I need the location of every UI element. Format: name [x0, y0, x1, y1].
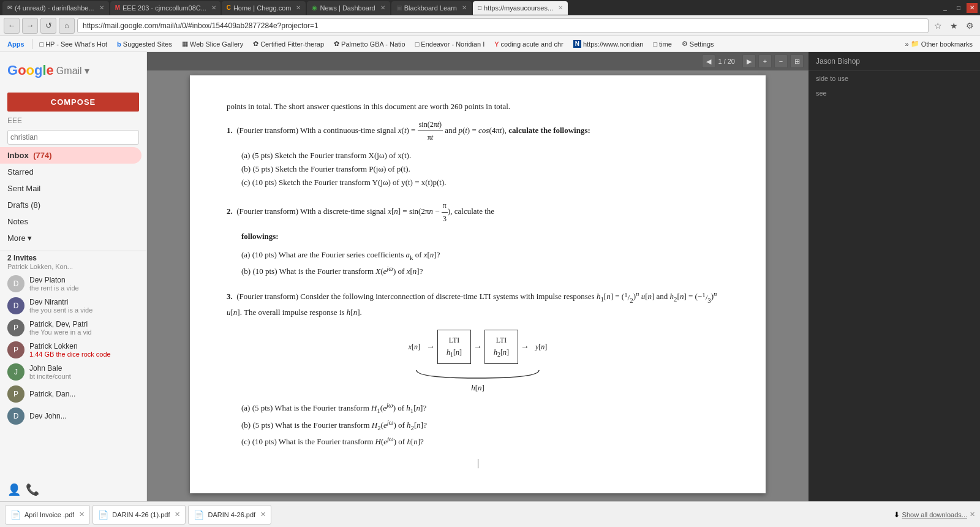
- lti-box-1: LTI h1[n]: [437, 330, 471, 365]
- bookmark-endeavor[interactable]: □ Endeavor - Noridian I: [412, 39, 489, 49]
- bookmark-palmetto[interactable]: ✿ Palmetto GBA - Natio: [330, 39, 409, 49]
- avatar-patrick-dev: P: [7, 319, 24, 336]
- hp-icon: □: [40, 40, 44, 48]
- favorites-icon[interactable]: ☆: [931, 19, 944, 32]
- lti-diagram: x[n] → LTI h1[n] → LTI h2[n] → y[n]: [227, 330, 729, 365]
- nav-right-icons: ☆ ★ ⚙: [931, 19, 976, 32]
- star-icon[interactable]: ★: [947, 19, 960, 32]
- bookmark-time[interactable]: □ time: [649, 39, 675, 49]
- bookmark-certified[interactable]: ✿ Certified Fitter-therap: [249, 39, 328, 49]
- myasu-tab-icon: □: [478, 4, 481, 11]
- tab-bb[interactable]: ▣ Blackboard Learn ✕: [391, 1, 472, 15]
- close-button[interactable]: ✕: [967, 3, 978, 13]
- tab-myasu[interactable]: □ https://myasucourses... ✕: [473, 1, 568, 15]
- tab-bb-close[interactable]: ✕: [462, 4, 467, 11]
- bookmark-apps[interactable]: Apps: [4, 39, 28, 49]
- download-darin1[interactable]: 📄 DARIN 4-26 (1).pdf ✕: [92, 505, 186, 525]
- eee-label: EEE: [0, 115, 146, 127]
- darin1-filename: DARIN 4-26 (1).pdf: [112, 511, 170, 518]
- lti-box-2-line1: LTI: [494, 334, 509, 346]
- chat-invites[interactable]: 2 Invites Patrick Lokken, Kon...: [0, 251, 146, 273]
- bookmark-hp[interactable]: □ HP - See What's Hot: [36, 39, 111, 49]
- maximize-button[interactable]: □: [953, 3, 964, 13]
- chat-sub-patrick-dev: the You were in a vid: [29, 328, 92, 336]
- arrow-1: →: [424, 339, 437, 354]
- chat-sub-dev-platon: the rent is a vide: [29, 284, 79, 292]
- problem-2-header: 2. (Fourier transform) With a discrete-t…: [227, 199, 729, 225]
- sidebar-item-starred[interactable]: Starred: [0, 164, 141, 180]
- navbar: ← → ↺ ⌂ ☆ ★ ⚙: [0, 15, 980, 36]
- tab-chegg[interactable]: C Home | Chegg.com ✕: [222, 1, 306, 15]
- add-person-icon[interactable]: 👤: [7, 483, 21, 496]
- show-all-downloads-button[interactable]: Show all downloads...: [902, 511, 967, 518]
- chat-sub-john-bale: bt incite/count: [29, 373, 71, 380]
- problem-3-part-b: (b) (5 pts) What is the Fourier transfor…: [241, 417, 729, 433]
- bookmark-other[interactable]: » 📁 Other bookmarks: [902, 39, 977, 49]
- address-bar[interactable]: [77, 18, 929, 33]
- darin1-close-button[interactable]: ✕: [175, 510, 180, 518]
- fit-page-button[interactable]: ⊞: [790, 55, 804, 68]
- right-item-2[interactable]: see: [809, 86, 980, 100]
- avatar-dev-nirantri: D: [7, 297, 24, 314]
- tab-news[interactable]: ◉ News | Dashboard ✕: [307, 1, 390, 15]
- search-input[interactable]: [7, 130, 139, 145]
- tab-eee-close[interactable]: ✕: [211, 4, 216, 11]
- invoice-pdf-icon: 📄: [10, 510, 21, 520]
- tab-gmail-close[interactable]: ✕: [99, 4, 104, 11]
- prev-page-button[interactable]: ◀: [702, 55, 715, 68]
- brace-svg: [404, 369, 551, 381]
- next-page-button[interactable]: ▶: [742, 55, 756, 68]
- doc-toolbar: ◀ 1 / 20 ▶ + − ⊞: [147, 52, 809, 70]
- darin2-close-button[interactable]: ✕: [260, 510, 266, 518]
- compose-button[interactable]: COMPOSE: [7, 93, 139, 112]
- lti-box-1-line2: h1[n]: [447, 346, 462, 360]
- main-area: Google Gmail ▾ COMPOSE EEE Inbox (774) S…: [0, 52, 980, 501]
- chat-dev-platon[interactable]: D Dev Platon the rent is a vide: [0, 273, 146, 295]
- avatar-john-bale: J: [7, 363, 24, 381]
- tab-news-close[interactable]: ✕: [380, 4, 385, 11]
- zoom-in-button[interactable]: +: [758, 55, 772, 68]
- chat-dev-john[interactable]: D Dev John...: [0, 405, 146, 427]
- avatar-dev-platon: D: [7, 275, 24, 292]
- invoice-close-button[interactable]: ✕: [79, 510, 85, 518]
- chat-patrick-lokken[interactable]: P Patrick Lokken 1.44 GB the dice rock c…: [0, 339, 146, 361]
- bookmark-settings[interactable]: ⚙ Settings: [678, 39, 718, 49]
- download-invoice[interactable]: 📄 April Invoice .pdf ✕: [5, 505, 90, 525]
- chat-dev-nirantri[interactable]: D Dev Nirantri the you sent is a vide: [0, 295, 146, 317]
- bookmark-noridian[interactable]: N https://www.noridian: [570, 39, 647, 49]
- tab-eee[interactable]: M EEE 203 - cjmccollum08C... ✕: [110, 1, 221, 15]
- chat-name-dev-platon: Dev Platon: [29, 276, 79, 284]
- zoom-out-button[interactable]: −: [774, 55, 788, 68]
- tab-myasu-close[interactable]: ✕: [558, 4, 563, 11]
- right-item-1[interactable]: side to use: [809, 71, 980, 86]
- home-button[interactable]: ⌂: [59, 18, 75, 34]
- sidebar-item-more[interactable]: More ▾: [0, 230, 141, 246]
- download-darin2[interactable]: 📄 DARIN 4-26.pdf ✕: [188, 505, 271, 525]
- tab-gmail[interactable]: ✉ (4 unread) - darinflashbe... ✕: [2, 1, 109, 15]
- phone-icon[interactable]: 📞: [26, 483, 39, 496]
- chat-patrick-dev[interactable]: P Patrick, Dev, Patri the You were in a …: [0, 317, 146, 339]
- chat-name-patrick-lokken: Patrick Lokken: [29, 342, 111, 351]
- sidebar-item-notes[interactable]: Notes: [0, 213, 141, 230]
- page-cursor: [478, 459, 478, 469]
- sidebar-item-drafts[interactable]: Drafts (8): [0, 197, 141, 213]
- downloads-bar: 📄 April Invoice .pdf ✕ 📄 DARIN 4-26 (1).…: [0, 501, 980, 527]
- minimize-button[interactable]: _: [940, 3, 951, 13]
- chat-john-bale[interactable]: J John Bale bt incite/count: [0, 361, 146, 383]
- sidebar-item-sent[interactable]: Sent Mail: [0, 180, 141, 197]
- sidebar-item-inbox[interactable]: Inbox (774): [0, 147, 141, 164]
- diagram-input: x[n]: [409, 341, 420, 353]
- downloads-close-button[interactable]: ✕: [970, 510, 975, 518]
- forward-button[interactable]: →: [22, 18, 38, 34]
- tab-chegg-close[interactable]: ✕: [296, 4, 301, 11]
- back-button[interactable]: ←: [4, 18, 20, 34]
- bookmark-webslice[interactable]: ▦ Web Slice Gallery: [178, 39, 247, 49]
- refresh-button[interactable]: ↺: [40, 18, 56, 34]
- bookmark-suggested[interactable]: b Suggested Sites: [113, 39, 176, 49]
- tools-icon[interactable]: ⚙: [963, 19, 976, 32]
- window-controls: _ □ ✕: [940, 3, 978, 13]
- bookmark-coding[interactable]: Y coding acute and chr: [491, 39, 567, 49]
- right-item-3[interactable]: [809, 100, 980, 108]
- chat-patrick-dan[interactable]: P Patrick, Dan...: [0, 383, 146, 405]
- brace-label: h[n]: [471, 381, 484, 395]
